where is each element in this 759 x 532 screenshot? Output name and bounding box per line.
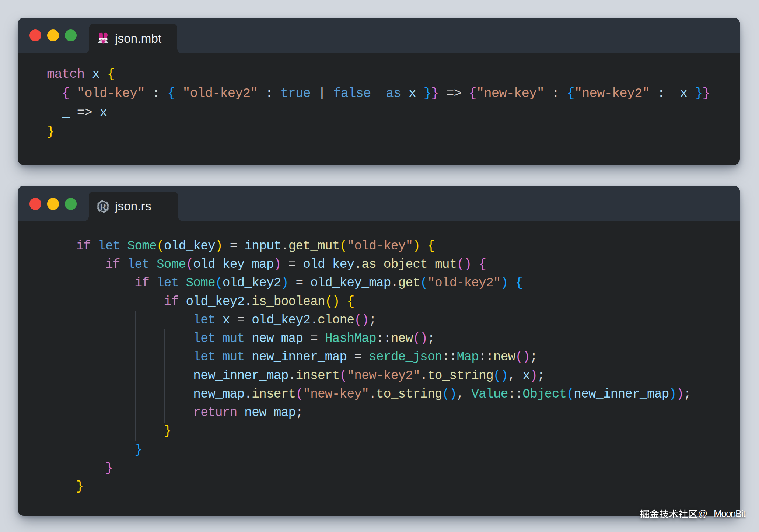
svg-text:R: R — [100, 201, 107, 212]
